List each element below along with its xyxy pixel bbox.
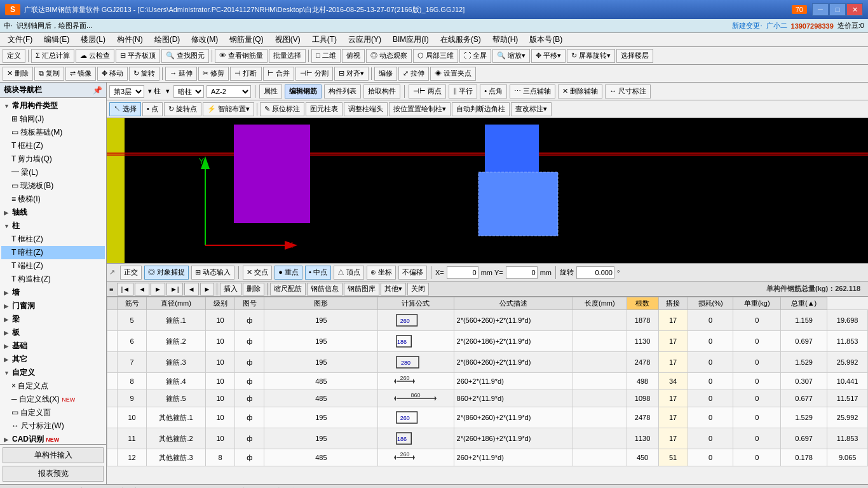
tb-break[interactable]: ⊣ 打断 [230,67,261,81]
menu-view[interactable]: 视图(V) [270,33,306,46]
snap-midpoint[interactable]: • 中点 [305,266,331,280]
tb-delete-aux[interactable]: ✕ 删除辅轴 [558,85,602,98]
tb-properties[interactable]: 属性 [259,85,282,98]
tb-extend[interactable]: → 延伸 [165,67,197,81]
close-button[interactable]: ✕ [846,3,863,16]
tb-three-point-aux[interactable]: ⋯ 三点辅轴 [510,85,555,98]
tb-edit-rebar[interactable]: 编修 [374,67,397,81]
menu-cloud[interactable]: 云应用(Y) [343,33,386,46]
sidebar-item-col-group[interactable]: ▼ 柱 [1,219,105,233]
tb-origin-mark[interactable]: ✎ 原位标注 [260,102,304,116]
sidebar-item-foundation[interactable]: ▶ 基础 [1,339,105,353]
tb-split[interactable]: ⊣⊢ 分割 [295,67,333,81]
rebar-prev2[interactable]: ◄ [184,283,199,295]
sidebar-item-stair[interactable]: ≡ 楼梯(I) [1,193,105,206]
tb-2d[interactable]: □ 二维 [311,49,341,63]
sidebar-item-raft[interactable]: ▭ 筏板基础(M) [1,126,105,139]
rebar-info[interactable]: 钢筋信息 [307,283,342,295]
sidebar-item-beam[interactable]: ━ 梁(L) [1,166,105,179]
table-row[interactable]: 11 其他箍筋.2 10 ф 195 186 2*(260+186)+2*(11… [107,428,868,449]
tb-trim[interactable]: ✂ 修剪 [198,67,229,81]
tb-dynamic-view[interactable]: ◎ 动态观察 [366,49,412,63]
layer-select[interactable]: 第3层 [109,85,144,98]
table-row[interactable]: 9 箍筋.5 10 ф 485 860 860+2*(11.9*d) 1098 … [107,390,868,407]
tb-find-element[interactable]: 🔍 查找图元 [161,49,209,63]
menu-draw[interactable]: 绘图(D) [149,33,186,46]
tb-view-rebar[interactable]: 👁 查看钢筋量 [215,49,268,63]
sidebar-item-axis[interactable]: ⊞ 轴网(J) [1,112,105,126]
snap-vertex[interactable]: △ 顶点 [334,266,364,280]
y-input[interactable] [506,266,538,279]
menu-modify[interactable]: 修改(M) [186,33,223,46]
sidebar-item-door[interactable]: ▶ 门窗洞 [1,299,105,313]
tb-element-table[interactable]: 图元柱表 [306,102,342,116]
tb-check-mark[interactable]: 查改标注▾ [511,102,552,116]
menu-help[interactable]: 帮助(H) [487,33,524,46]
sidebar-item-darkcol[interactable]: T 暗柱(Z) [1,246,105,259]
sidebar-item-other[interactable]: ▶ 其它 [1,353,105,366]
snap-object[interactable]: ◎ 对象捕捉 [144,266,189,280]
single-component-input-button[interactable]: 单构件输入 [3,447,104,463]
tb-point-angle[interactable]: • 点角 [480,85,507,98]
table-row[interactable]: 5 箍筋.1 10 ф 195 260 2*(560+260)+2*(11.9*… [107,310,868,331]
snap-intersection[interactable]: ✕ 交点 [243,266,272,280]
tb-zoom[interactable]: 🔍 缩放▾ [492,49,530,63]
tb-top-view[interactable]: 俯视 [342,49,365,63]
tb-edit-rebar2[interactable]: 编辑钢筋 [285,85,322,98]
menu-component[interactable]: 构件(N) [112,33,148,46]
menu-edit[interactable]: 编辑(E) [39,33,74,46]
tb-define[interactable]: 定义 [3,49,25,63]
sidebar-item-axis-group[interactable]: ▶ 轴线 [1,206,105,219]
menu-tools[interactable]: 工具(T) [307,33,342,46]
tb-select-layer[interactable]: 选择楼层 [616,49,653,63]
tb-copy[interactable]: ⧉ 复制 [34,67,64,81]
tb-smart-place[interactable]: ⚡ 智能布置▾ [203,102,254,116]
sidebar-item-common[interactable]: ▼ 常用构件类型 [1,99,105,112]
minimize-button[interactable]: ─ [812,3,829,16]
tb-point-tool[interactable]: • 点 [142,102,163,116]
snap-midpoint-active[interactable]: ● 重点 [275,266,302,280]
rebar-scale[interactable]: 缩尺配筋 [270,283,306,295]
tb-set-grip[interactable]: ◈ 设置夹点 [430,67,476,81]
sidebar-item-customline[interactable]: ─ 自定义线(X) NEW [1,393,105,406]
tb-select-tool[interactable]: ↖ 选择 [109,102,141,116]
menu-layer[interactable]: 楼层(L) [76,33,111,46]
tb-align[interactable]: ⊟ 对齐▾ [334,67,369,81]
menu-file[interactable]: 文件(F) [3,33,37,46]
menu-online[interactable]: 在线服务(S) [435,33,486,46]
tb-adjust-end[interactable]: 调整柱端头 [344,102,388,116]
table-row[interactable]: 8 箍筋.4 10 ф 485 260 260+2*(11.9*d) 498 3… [107,373,868,390]
snap-ortho[interactable]: 正交 [120,266,142,280]
sidebar-item-slab2[interactable]: ▶ 板 [1,326,105,339]
sidebar-item-dimension[interactable]: ↔ 尺寸标注(W) [1,419,105,433]
sidebar-item-wall[interactable]: ▶ 墙 [1,286,105,299]
snap-nomove[interactable]: 不偏移 [398,266,427,280]
rebar-prev[interactable]: ◄ [135,283,149,295]
sidebar-item-beam2[interactable]: ▶ 梁 [1,313,105,326]
tb-pan[interactable]: ✥ 平移▾ [531,49,566,63]
snap-coord[interactable]: ⊕ 坐标 [367,266,396,280]
menu-bim[interactable]: BIM应用(I) [388,33,434,46]
subtype-select[interactable]: 暗柱 [173,85,204,98]
tb-component-list[interactable]: 构件列表 [324,85,361,98]
sidebar-item-frame-col[interactable]: T 框柱(Z) [1,139,105,152]
tb-auto-corner[interactable]: 自动判断边角柱 [452,102,510,116]
info-newchange[interactable]: 新建变更· [732,21,762,30]
snap-dynamic[interactable]: ⊞ 动态输入 [191,266,234,280]
tb-stretch[interactable]: ⤢ 拉伸 [398,67,429,81]
menu-rebar[interactable]: 钢筋量(Q) [224,33,268,46]
tb-calculate[interactable]: Σ 汇总计算 [31,49,74,63]
sidebar-item-cad[interactable]: ▶ CAD识别 NEW [1,433,105,444]
tb-batch-select[interactable]: 批量选择 [269,49,306,63]
tb-rotate[interactable]: ↻ 旋转 [129,67,159,81]
table-row[interactable]: 6 箍筋.2 10 ф 195 186 2*(260+186)+2*(11.9*… [107,331,868,352]
canvas-area[interactable]: Y X [107,118,868,263]
sidebar-item-framecol2[interactable]: T 框柱(Z) [1,233,105,246]
sidebar-item-customface[interactable]: ▭ 自定义面 [1,406,105,419]
report-preview-button[interactable]: 报表预览 [3,466,104,482]
tb-parallel[interactable]: ∥ 平行 [449,85,477,98]
x-input[interactable] [447,266,478,279]
sidebar-item-structcol[interactable]: T 构造柱(Z) [1,273,105,286]
sidebar-item-shear-wall[interactable]: T 剪力墙(Q) [1,152,105,166]
rebar-last[interactable]: ►| [166,283,183,295]
